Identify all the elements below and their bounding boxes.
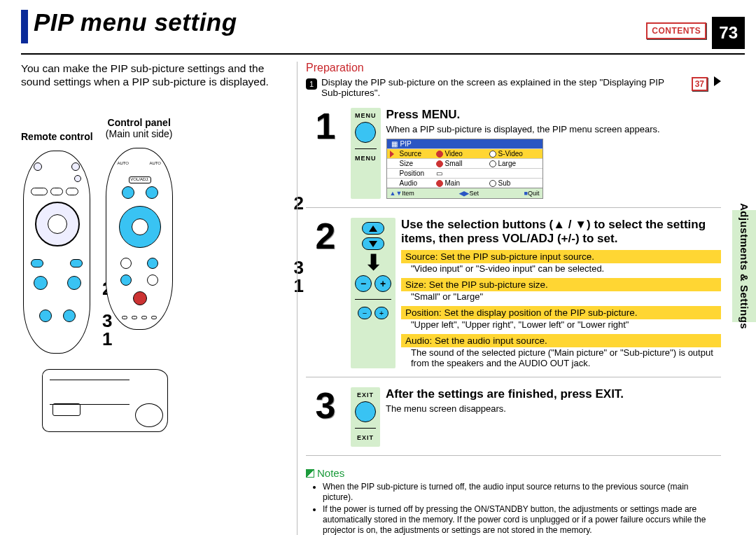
step-2-heading: Use the selection buttons (▲ / ▼) to sel…	[401, 218, 721, 246]
section-tab-line1: Adjustments &	[738, 203, 750, 282]
remote-marker-1: 1	[102, 328, 112, 350]
step-2-source-bar: Source: Set the PIP sub-picture input so…	[401, 250, 721, 263]
step-2-position-bar: Position: Set the display position of th…	[401, 306, 721, 319]
note-item-1: When the PIP sub-picture is turned off, …	[323, 482, 721, 503]
control-panel-label: Control panel	[108, 117, 171, 128]
section-tab: Adjustments & Settings	[732, 210, 756, 322]
preparation-ref-link[interactable]: 37	[692, 77, 708, 91]
vol-plus-button-icon[interactable]: +	[374, 275, 391, 292]
page-number: 73	[712, 17, 745, 49]
step-1-menu-label-top: MENU	[355, 112, 377, 119]
preparation-heading: Preparation	[306, 62, 721, 74]
pip-row-position-label: Position	[400, 169, 433, 177]
section-tab-line2: Settings	[738, 285, 750, 329]
step-1-menu-label-bottom: MENU	[355, 155, 377, 162]
nav-up-button-icon[interactable]	[362, 222, 384, 235]
notes-heading-text: Notes	[317, 467, 344, 479]
pip-menu-title-icon: ▦	[391, 140, 398, 148]
step-2-audio-bar: Audio: Set the audio input source.	[401, 334, 721, 347]
intro-text: You can make the PIP sub-picture setting…	[21, 62, 286, 89]
pip-menu-title: PIP	[400, 140, 412, 148]
step-1-button-graphic: MENU MENU	[351, 108, 381, 199]
remote-control-label: Remote control	[21, 131, 93, 142]
pip-row-audio-label: Audio	[400, 179, 433, 187]
projector-illustration	[42, 369, 168, 432]
contents-button[interactable]: CONTENTS	[646, 22, 706, 39]
pip-row-size-opt1[interactable]: Small	[436, 160, 486, 167]
title-underline	[21, 53, 745, 55]
remote-control-illustration	[23, 151, 90, 354]
pip-menu-screenshot: ▦PIP Source Video S-Video Size Small Lar…	[386, 139, 543, 199]
preparation-text: Display the PIP sub-picture on the scree…	[321, 77, 685, 98]
step-3-number: 3	[316, 387, 336, 424]
step-2-size-note: "Small" or "Large"	[411, 291, 721, 302]
reference-arrow-icon	[714, 76, 721, 86]
pip-row-cursor-icon	[390, 151, 394, 158]
exit-button-icon[interactable]	[355, 401, 376, 422]
pip-row-source-opt1[interactable]: Video	[436, 150, 486, 158]
flow-arrow-icon: ⬇	[365, 254, 382, 271]
step-3-sub: The menu screen disappears.	[386, 403, 721, 414]
step-1-heading: Press MENU.	[386, 108, 722, 122]
notes-heading: Notes	[306, 467, 721, 479]
step-2-source-note: "Video input" or "S-video input" can be …	[411, 263, 721, 274]
pip-row-audio-opt2[interactable]: Sub	[489, 179, 540, 187]
step-1-sub: When a PIP sub-picture is displayed, the…	[386, 124, 722, 134]
step-1-number: 1	[316, 108, 336, 144]
pip-row-size-label: Size	[400, 160, 433, 167]
note-item-2: If the power is turned off by pressing t…	[323, 504, 721, 535]
title-accent-bar	[21, 10, 28, 43]
pip-row-size-opt2[interactable]: Large	[489, 160, 540, 167]
step-3-exit-label-top: EXIT	[357, 391, 374, 398]
pip-footer-quit: Quit	[528, 190, 540, 197]
step-3-button-graphic: EXIT EXIT	[351, 387, 380, 447]
control-panel-illustration: AUTO AUTO VOL/ADJ.	[106, 148, 173, 330]
vol-minus-button-icon[interactable]: −	[355, 275, 372, 292]
step-2-audio-note: The sound of the selected picture ("Main…	[411, 347, 721, 368]
pip-row-audio-opt1[interactable]: Main	[436, 179, 486, 187]
pip-footer-item: Item	[402, 190, 414, 197]
step-2-number: 2	[316, 218, 336, 254]
pip-row-position-opt[interactable]: ▭	[436, 169, 486, 177]
preparation-bullet-icon: 1	[306, 78, 317, 90]
cp-minus-button-icon[interactable]: −	[358, 307, 372, 319]
cp-plus-button-icon[interactable]: +	[374, 307, 388, 319]
menu-button-icon[interactable]	[355, 122, 376, 143]
page-title: PIP menu setting	[34, 10, 237, 34]
pip-row-source-label: Source	[400, 150, 433, 158]
nav-down-button-icon[interactable]	[362, 237, 384, 250]
step-3-heading: After the settings are finished, press E…	[386, 387, 721, 401]
step-2-position-note: "Upper left", "Upper right", "Lower left…	[411, 319, 721, 330]
control-panel-sublabel: (Main unit side)	[106, 128, 173, 139]
pip-row-source-opt2[interactable]: S-Video	[489, 150, 540, 158]
step-2-size-bar: Size: Set the PIP sub-picture size.	[401, 278, 721, 291]
notes-icon	[306, 469, 314, 478]
step-3-exit-label-bottom: EXIT	[357, 434, 374, 441]
pip-footer-set: Set	[469, 190, 479, 197]
step-2-button-graphic: ⬇ − + − +	[351, 218, 396, 368]
